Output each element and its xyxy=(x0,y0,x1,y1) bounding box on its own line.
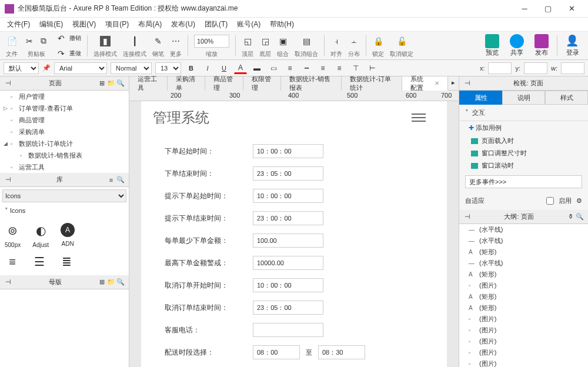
event-item[interactable]: 页面载入时 xyxy=(459,135,588,147)
redo-icon[interactable]: ↷ xyxy=(55,48,67,59)
tree-node[interactable]: ▷▫订单管理-查看订单 xyxy=(0,102,129,114)
form-input[interactable] xyxy=(253,256,323,270)
tree-node[interactable]: ▫数据统计-销售报表 xyxy=(0,149,129,161)
menu-layout[interactable]: 布局(A) xyxy=(133,18,166,31)
inspector-tab-style[interactable]: 样式 xyxy=(545,91,588,105)
outline-node[interactable]: —(水平线) xyxy=(459,224,588,235)
library-category[interactable]: ˅ Icons xyxy=(0,205,129,217)
menu-account[interactable]: 账号(A) xyxy=(232,18,265,31)
search-icon[interactable]: 🔍 xyxy=(116,278,125,287)
lib-item-adn[interactable]: AADN xyxy=(61,223,75,248)
menu-help[interactable]: 帮助(H) xyxy=(265,18,299,31)
border-color-button[interactable]: ▭ xyxy=(267,62,280,74)
search-icon[interactable]: 🔍 xyxy=(116,175,125,185)
hamburger-icon[interactable] xyxy=(412,114,426,122)
more-icon[interactable]: ⋯ xyxy=(170,35,182,47)
form-input[interactable] xyxy=(253,211,323,225)
tree-node[interactable]: ▫运营工具 xyxy=(0,161,129,173)
mockup-title[interactable]: 管理系统 xyxy=(153,108,209,127)
outline-node[interactable]: A(矩形) xyxy=(459,269,588,280)
menu-team[interactable]: 团队(T) xyxy=(200,18,232,31)
outline-node[interactable]: A(矩形) xyxy=(459,291,588,302)
lib-item-adjust[interactable]: ◐Adjust xyxy=(32,223,49,248)
align-middle-button[interactable]: ⊢ xyxy=(366,62,379,74)
add-master-icon[interactable]: ⊞ xyxy=(97,278,106,287)
lib-item[interactable]: ≡ xyxy=(5,254,20,269)
search-icon[interactable]: 🔍 xyxy=(575,212,584,222)
tab[interactable]: 数据统计-销售报表 xyxy=(281,76,342,91)
size-select[interactable]: 13 xyxy=(155,62,181,74)
add-case-link[interactable]: ✚ 添加用例 xyxy=(459,121,588,135)
canvas[interactable]: 管理系统 下单起始时间：下单结束时间：提示下单起始时间：提示下单结束时间：每单最… xyxy=(129,101,459,367)
login-button[interactable]: 👤登录 xyxy=(561,34,584,57)
tab[interactable]: 采购清单 xyxy=(168,76,206,91)
search-icon[interactable]: 🔍 xyxy=(116,79,125,88)
fill-color-button[interactable]: ▬ xyxy=(250,62,263,74)
enable-checkbox[interactable] xyxy=(546,197,554,205)
tree-node[interactable]: ▫用户管理 xyxy=(0,91,129,102)
weight-select[interactable]: Normal xyxy=(111,62,152,74)
pin-icon[interactable]: ⊣ xyxy=(463,212,472,222)
border-width-button[interactable]: ≡ xyxy=(283,62,296,74)
form-input[interactable] xyxy=(253,166,323,181)
minimize-button[interactable]: ─ xyxy=(513,1,536,17)
w-input[interactable] xyxy=(561,62,584,74)
add-folder-icon[interactable]: 📁 xyxy=(106,79,116,88)
outline-node[interactable]: A(矩形) xyxy=(459,302,588,313)
outline-node[interactable]: —(水平线) xyxy=(459,258,588,269)
lib-item-500px[interactable]: ⊚500px xyxy=(5,223,21,248)
tree-node[interactable]: ▫采购清单 xyxy=(0,126,129,138)
pin-icon[interactable]: ⊣ xyxy=(4,175,13,185)
pin-icon[interactable]: 📌 xyxy=(42,64,51,72)
cut-icon[interactable]: ✂ xyxy=(24,35,35,47)
bold-button[interactable]: B xyxy=(185,62,198,74)
add-folder-icon[interactable]: 📁 xyxy=(106,278,116,287)
outline-node[interactable]: ▫(图片) xyxy=(459,280,588,291)
tab-scroll-icon[interactable]: ▸ xyxy=(448,76,459,90)
outline-node[interactable]: ▫(图片) xyxy=(459,336,588,347)
select-mode-icon[interactable]: ▮ xyxy=(100,36,111,46)
close-button[interactable]: ✕ xyxy=(560,1,583,17)
outline-node[interactable]: A(矩形) xyxy=(459,246,588,258)
y-input[interactable] xyxy=(524,62,547,74)
form-input[interactable] xyxy=(318,345,365,359)
mockup-page[interactable]: 管理系统 下单起始时间：下单结束时间：提示下单起始时间：提示下单结束时间：每单最… xyxy=(141,101,447,367)
lib-item[interactable]: ≣ xyxy=(59,254,74,269)
style-select[interactable]: 默认 xyxy=(4,62,39,74)
menu-publish[interactable]: 发布(U) xyxy=(166,18,200,31)
font-color-button[interactable]: A xyxy=(234,62,247,74)
font-select[interactable]: Arial xyxy=(54,62,107,74)
form-input[interactable] xyxy=(253,345,300,359)
pen-icon[interactable]: ✎ xyxy=(152,35,164,47)
underline-button[interactable]: U xyxy=(218,62,230,74)
add-page-icon[interactable]: ⊞ xyxy=(97,79,106,88)
form-input[interactable] xyxy=(253,301,323,315)
lib-menu-icon[interactable]: ≡ xyxy=(106,175,116,185)
connect-mode-icon[interactable]: ┃ xyxy=(129,35,141,47)
lock-icon[interactable]: 🔒 xyxy=(372,35,384,47)
outline-node[interactable]: ▫(图片) xyxy=(459,358,588,367)
italic-button[interactable]: I xyxy=(201,62,214,74)
ungroup-icon[interactable]: ▤ xyxy=(300,35,312,47)
menu-edit[interactable]: 编辑(E) xyxy=(35,18,68,31)
publish-button[interactable]: 发布 xyxy=(530,34,553,57)
menu-view[interactable]: 视图(V) xyxy=(68,18,101,31)
outline-node[interactable]: ▫(图片) xyxy=(459,313,588,325)
lib-item[interactable]: ☰ xyxy=(32,254,47,269)
pin-icon[interactable]: ⊣ xyxy=(4,79,13,88)
close-icon[interactable]: ✕ xyxy=(435,80,439,86)
group-icon[interactable]: ▣ xyxy=(277,35,289,47)
bring-front-icon[interactable]: ◱ xyxy=(242,35,253,47)
inspector-tab-notes[interactable]: 说明 xyxy=(502,91,545,105)
library-select[interactable]: Icons xyxy=(2,189,126,202)
align-center-button[interactable]: ≡ xyxy=(333,62,346,74)
settings-icon[interactable]: ⚙ xyxy=(576,197,582,205)
undo-icon[interactable]: ↶ xyxy=(55,32,67,44)
tab[interactable]: 权限管理 xyxy=(243,76,282,91)
pin-icon[interactable]: ⊣ xyxy=(4,278,13,287)
outline-node[interactable]: —(水平线) xyxy=(459,235,588,246)
zoom-select[interactable] xyxy=(194,35,229,48)
align-icon[interactable]: ⫞ xyxy=(330,35,342,47)
more-events-select[interactable]: 更多事件>>> xyxy=(465,175,582,188)
distribute-icon[interactable]: ⫠ xyxy=(348,35,360,47)
